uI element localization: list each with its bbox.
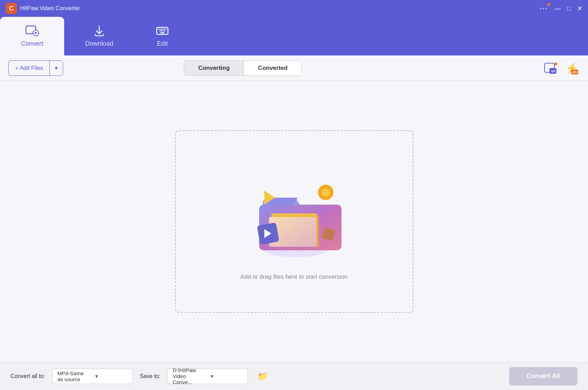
bottom-bar: Convert all to: MP4-Same as source ▼ Sav… [0, 362, 588, 390]
convert-icon [25, 24, 39, 38]
convert-all-to-label: Convert all to: [11, 373, 45, 379]
add-files-button[interactable]: + Add Files ▼ [8, 60, 63, 76]
drop-zone-hint: Add or drag files here to start conversi… [240, 273, 347, 280]
save-path-value: D:\HitPaw Video Conve... [173, 367, 206, 385]
lightning-button[interactable]: ⚡ on [564, 60, 580, 76]
svg-text:on: on [573, 70, 577, 74]
format-chevron-icon: ▼ [94, 374, 128, 379]
toolbar: + Add Files ▼ Converting Converted on ⚡ [0, 55, 588, 81]
format-value: MP4-Same as source [58, 370, 91, 382]
tab-edit[interactable]: Edit [134, 17, 190, 55]
converted-label: Converted [258, 65, 288, 72]
converting-label: Converting [198, 65, 230, 72]
svg-point-9 [554, 62, 557, 65]
folder-icon: 📁 [257, 371, 268, 381]
ai-enhance-button[interactable]: on [543, 60, 559, 76]
convert-all-button[interactable]: Convert All [509, 367, 577, 385]
menu-icon[interactable]: ⋯ [540, 5, 548, 12]
add-files-main[interactable]: + Add Files [9, 61, 50, 75]
main-content: Add or drag files here to start conversi… [0, 81, 588, 362]
add-files-dropdown[interactable]: ▼ [50, 61, 63, 75]
app-logo: C [6, 3, 17, 14]
save-path-chevron-icon: ▼ [209, 374, 243, 379]
titlebar: C HitPaw Video Converter ⋯ — □ ✕ [0, 0, 588, 17]
app-title: HitPaw Video Converter [20, 5, 540, 12]
converting-tab[interactable]: Converting [184, 61, 244, 75]
converted-tab[interactable]: Converted [244, 61, 302, 75]
drop-zone[interactable]: Add or drag files here to start conversi… [175, 130, 413, 313]
save-path-select[interactable]: D:\HitPaw Video Conve... ▼ [167, 369, 248, 384]
folder-illustration [238, 163, 350, 268]
ai-enhance-icon: on [543, 60, 559, 76]
convert-tabs: Converting Converted [184, 60, 302, 76]
tab-edit-label: Edit [157, 40, 168, 47]
browse-folder-button[interactable]: 📁 [255, 369, 270, 384]
lightning-icon: ⚡ on [564, 60, 580, 76]
toolbar-right: on ⚡ on [543, 60, 580, 76]
window-controls: ⋯ — □ ✕ [540, 5, 582, 12]
close-button[interactable]: ✕ [577, 5, 582, 12]
edit-icon [155, 24, 169, 38]
save-to-label: Save to: [140, 373, 161, 379]
svg-point-21 [322, 188, 330, 197]
svg-text:on: on [551, 69, 555, 73]
tab-download-label: Download [85, 40, 113, 47]
download-icon [92, 24, 106, 38]
nav-tabs: Convert Download Edit [0, 17, 588, 55]
tab-download[interactable]: Download [64, 17, 134, 55]
minimize-button[interactable]: — [554, 5, 561, 12]
tab-convert[interactable]: Convert [0, 17, 64, 55]
svg-point-1 [33, 30, 39, 36]
add-files-label: + Add Files [15, 65, 43, 71]
chevron-down-icon: ▼ [54, 65, 59, 71]
tab-convert-label: Convert [21, 40, 43, 47]
maximize-button[interactable]: □ [567, 5, 571, 12]
format-select[interactable]: MP4-Same as source ▼ [52, 369, 133, 384]
